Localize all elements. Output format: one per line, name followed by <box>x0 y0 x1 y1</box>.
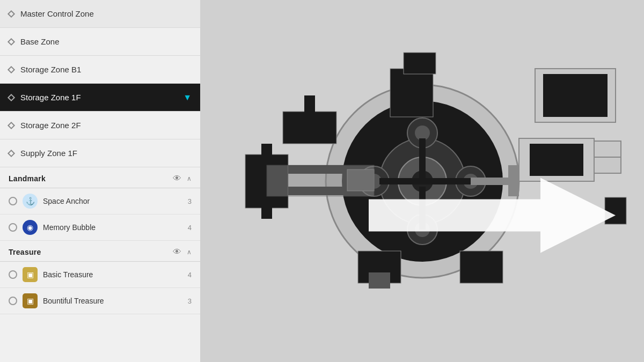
list-item-label: Memory Bubble <box>43 223 184 232</box>
svg-rect-34 <box>543 74 608 117</box>
zone-item-supply-1f[interactable]: Supply Zone 1F <box>0 139 200 167</box>
zone-item-base-zone[interactable]: Base Zone <box>0 28 200 56</box>
zone-diamond-icon <box>8 38 15 45</box>
landmark-section-header: Landmark 👁 ∧ <box>0 167 200 188</box>
svg-marker-39 <box>369 178 616 253</box>
svg-rect-28 <box>530 144 583 176</box>
zone-label: Base Zone <box>20 37 192 46</box>
list-item-label: Bountiful Treasure <box>43 297 184 305</box>
bountiful-treasure-icon: ▣ <box>23 293 38 308</box>
svg-rect-29 <box>594 141 621 157</box>
list-radio[interactable] <box>9 270 17 279</box>
zone-item-storage-1f[interactable]: Storage Zone 1F▼ <box>0 84 200 112</box>
sidebar: Master Control ZoneBase ZoneStorage Zone… <box>0 0 200 362</box>
list-item-space-anchor[interactable]: ⚓Space Anchor3 <box>0 188 200 215</box>
svg-point-9 <box>415 125 430 141</box>
zone-diamond-icon <box>8 10 15 17</box>
list-item-count: 3 <box>188 197 192 205</box>
memory-bubble-icon: ◉ <box>23 220 38 235</box>
zone-label: Supply Zone 1F <box>20 149 192 158</box>
svg-rect-24 <box>304 95 315 122</box>
landmark-actions: 👁 ∧ <box>173 174 192 183</box>
landmark-collapse-icon[interactable]: ∧ <box>187 175 192 182</box>
treasure-section-header: Treasure 👁 ∧ <box>0 241 200 262</box>
zone-diamond-icon <box>8 121 15 129</box>
zone-label: Storage Zone B1 <box>20 65 192 74</box>
list-item-memory-bubble[interactable]: ◉Memory Bubble4 <box>0 215 200 241</box>
list-item-label: Space Anchor <box>43 197 184 205</box>
treasure-actions: 👁 ∧ <box>173 247 192 257</box>
zone-item-storage-2f[interactable]: Storage Zone 2F <box>0 112 200 139</box>
basic-treasure-icon: ▣ <box>23 267 38 282</box>
list-item-basic-treasure[interactable]: ▣Basic Treasure4 <box>0 262 200 288</box>
list-item-count: 4 <box>188 271 192 279</box>
list-item-count: 4 <box>188 224 192 232</box>
treasure-list: ▣Basic Treasure4▣Bountiful Treasure3 <box>0 262 200 314</box>
zone-label: Storage Zone 2F <box>20 121 192 130</box>
list-item-label: Basic Treasure <box>43 270 184 279</box>
svg-rect-30 <box>594 157 621 173</box>
zone-diamond-icon <box>8 149 15 157</box>
list-radio[interactable] <box>9 197 17 205</box>
svg-rect-26 <box>404 53 436 74</box>
space-anchor-icon: ⚓ <box>23 194 38 209</box>
landmark-eye-icon[interactable]: 👁 <box>173 174 181 183</box>
list-radio[interactable] <box>9 223 17 232</box>
zone-item-storage-b1[interactable]: Storage Zone B1 <box>0 56 200 84</box>
list-item-bountiful-treasure[interactable]: ▣Bountiful Treasure3 <box>0 288 200 314</box>
zone-check-icon: ▼ <box>183 93 192 102</box>
treasure-title: Treasure <box>9 248 173 256</box>
treasure-eye-icon[interactable]: 👁 <box>173 247 181 257</box>
zone-item-master-control[interactable]: Master Control Zone <box>0 0 200 28</box>
zone-diamond-icon <box>8 93 15 101</box>
zone-label: Master Control Zone <box>20 9 192 18</box>
zone-label: Storage Zone 1F <box>20 93 179 102</box>
zone-list: Master Control ZoneBase ZoneStorage Zone… <box>0 0 200 167</box>
svg-rect-22 <box>267 165 374 196</box>
treasure-collapse-icon[interactable]: ∧ <box>187 248 192 256</box>
list-item-count: 3 <box>188 297 192 305</box>
landmark-title: Landmark <box>9 174 173 183</box>
svg-rect-36 <box>369 272 390 289</box>
direction-arrow <box>369 172 616 260</box>
list-radio[interactable] <box>9 297 17 305</box>
landmark-list: ⚓Space Anchor3◉Memory Bubble4 <box>0 188 200 241</box>
map-area <box>200 0 644 362</box>
svg-rect-25 <box>390 69 433 117</box>
zone-diamond-icon <box>8 65 15 73</box>
